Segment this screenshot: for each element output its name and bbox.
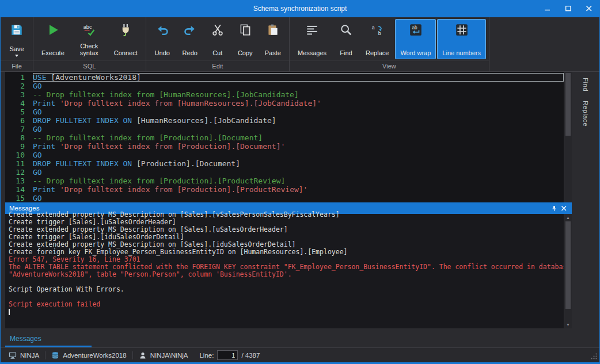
cut-button[interactable]: Cut bbox=[204, 19, 231, 59]
minimize-button[interactable] bbox=[537, 0, 558, 17]
editor-line-4[interactable]: 4Print 'Drop fulltext index from [HumanR… bbox=[5, 99, 564, 108]
line-numbers-button[interactable]: Line numbers bbox=[437, 19, 486, 59]
svg-text:a: a bbox=[372, 25, 375, 30]
line-number: 15 bbox=[5, 194, 33, 202]
line-number: 5 bbox=[5, 108, 33, 116]
undo-button[interactable]: Undo bbox=[149, 19, 176, 59]
resize-grip-icon[interactable] bbox=[590, 352, 598, 361]
minimize-icon bbox=[545, 6, 550, 12]
code-text: Print 'Drop fulltext index from [Product… bbox=[33, 142, 564, 151]
code-text: -- Drop fulltext index from [Production]… bbox=[33, 177, 564, 185]
database-icon bbox=[51, 351, 59, 359]
close-icon bbox=[586, 6, 592, 12]
editor-line-10[interactable]: 10GO bbox=[5, 151, 564, 159]
cut-label: Cut bbox=[212, 49, 222, 57]
execute-button[interactable]: Execute bbox=[36, 19, 70, 59]
editor-line-3[interactable]: 3-- Drop fulltext index from [HumanResou… bbox=[5, 90, 564, 99]
line-number: 4 bbox=[5, 99, 33, 108]
redo-button[interactable]: Redo bbox=[177, 19, 203, 59]
editor-line-5[interactable]: 5GO bbox=[5, 108, 564, 116]
redo-label: Redo bbox=[183, 49, 198, 57]
line-number: 14 bbox=[5, 185, 33, 194]
editor-code[interactable]: 1USE [AdventureWorks2018]2GO3-- Drop ful… bbox=[5, 72, 564, 202]
app-window: Schema synchronization script SaveFileEx… bbox=[0, 0, 600, 364]
undo-label: Undo bbox=[155, 49, 170, 57]
code-text: USE [AdventureWorks2018] bbox=[33, 73, 564, 82]
messages-body: Create extended property MS_Description … bbox=[5, 214, 572, 328]
editor-line-11[interactable]: 11DROP FULLTEXT INDEX ON [Production].[D… bbox=[5, 159, 564, 168]
close-button[interactable] bbox=[579, 0, 599, 17]
bottom-tab-messages[interactable]: Messages bbox=[5, 332, 92, 347]
save-button[interactable]: Save bbox=[3, 19, 30, 59]
messages-output[interactable]: Create extended property MS_Description … bbox=[5, 211, 564, 328]
execute-icon bbox=[46, 22, 60, 37]
maximize-button[interactable] bbox=[558, 0, 579, 17]
window-controls bbox=[537, 0, 599, 17]
redo-icon bbox=[183, 22, 197, 37]
copy-button[interactable]: Copy bbox=[232, 19, 259, 59]
ribbon-group-edit: UndoRedoCutCopyPasteEdit bbox=[146, 17, 290, 71]
save-dropdown-caret-icon[interactable] bbox=[15, 55, 18, 57]
user-name: NINJA\NiNjA bbox=[150, 352, 188, 359]
status-server[interactable]: NINJA bbox=[3, 348, 45, 362]
editor-line-7[interactable]: 7GO bbox=[5, 125, 564, 133]
find-button[interactable]: Find bbox=[333, 19, 359, 59]
messages-scrollbar-thumb[interactable] bbox=[565, 221, 571, 309]
editor-line-2[interactable]: 2GO bbox=[5, 82, 564, 90]
editor-line-13[interactable]: 13-- Drop fulltext index from [Productio… bbox=[5, 177, 564, 185]
code-text: GO bbox=[33, 125, 564, 133]
messages-scrollbar[interactable]: ▲ ▼ bbox=[564, 214, 572, 328]
line-numbers-label: Line numbers bbox=[442, 49, 481, 57]
status-bar: NINJA AdventureWorks2018 NINJA\NiNjA Lin… bbox=[1, 347, 599, 362]
editor-scrollbar[interactable] bbox=[564, 72, 572, 202]
editor-line-14[interactable]: 14Print 'Drop fulltext index from [Produ… bbox=[5, 185, 564, 194]
window-title: Schema synchronization script bbox=[253, 5, 347, 13]
titlebar[interactable]: Schema synchronization script bbox=[1, 0, 599, 17]
svg-text:ab: ab bbox=[412, 25, 417, 30]
paste-button[interactable]: Paste bbox=[260, 19, 286, 59]
editor-line-15[interactable]: 15GO bbox=[5, 194, 564, 202]
editor-line-9[interactable]: 9Print 'Drop fulltext index from [Produc… bbox=[5, 142, 564, 151]
editor-line-1[interactable]: 1USE [AdventureWorks2018] bbox=[5, 73, 564, 82]
paste-icon bbox=[266, 22, 280, 37]
scroll-up-icon[interactable]: ▲ bbox=[564, 214, 572, 221]
messages-button[interactable]: Messages bbox=[293, 19, 332, 59]
close-panel-icon bbox=[561, 206, 567, 211]
line-total: / 4387 bbox=[241, 352, 260, 359]
code-text: GO bbox=[33, 194, 564, 202]
word-wrap-button[interactable]: abWord wrap bbox=[395, 19, 436, 59]
code-text: GO bbox=[33, 168, 564, 177]
scroll-down-icon[interactable]: ▼ bbox=[564, 321, 572, 328]
editor-line-8[interactable]: 8-- Drop fulltext index from [Production… bbox=[5, 133, 564, 142]
connect-button[interactable]: Connect bbox=[109, 19, 143, 59]
user-icon bbox=[139, 351, 147, 359]
pin-icon bbox=[551, 205, 557, 212]
word-wrap-label: Word wrap bbox=[400, 49, 431, 57]
check-syntax-button[interactable]: abcCheck syntax bbox=[71, 19, 108, 59]
svg-text:abc: abc bbox=[83, 24, 92, 30]
messages-panel: Messages Create extended property MS_Des… bbox=[5, 202, 572, 328]
editor-line-6[interactable]: 6DROP FULLTEXT INDEX ON [HumanResources]… bbox=[5, 116, 564, 125]
side-tab-find[interactable]: Find bbox=[582, 78, 589, 91]
replace-label: Replace bbox=[366, 49, 389, 57]
editor-scrollbar-thumb[interactable] bbox=[565, 73, 571, 136]
code-text: GO bbox=[33, 151, 564, 159]
status-database[interactable]: AdventureWorks2018 bbox=[45, 348, 132, 362]
side-tab-replace[interactable]: Replace bbox=[582, 101, 589, 127]
message-line: "AdventureWorks2018", table "Person.Pers… bbox=[9, 271, 564, 278]
line-number: 12 bbox=[5, 168, 33, 177]
maximize-icon bbox=[565, 6, 571, 12]
line-number-input[interactable] bbox=[217, 350, 238, 360]
editor-line-12[interactable]: 12GO bbox=[5, 168, 564, 177]
execute-label: Execute bbox=[41, 49, 64, 57]
check-syntax-label: Check syntax bbox=[76, 43, 102, 57]
replace-button[interactable]: abReplace bbox=[360, 19, 394, 59]
status-user[interactable]: NINJA\NiNjA bbox=[133, 348, 194, 362]
line-number: 6 bbox=[5, 116, 33, 125]
code-text: Print 'Drop fulltext index from [HumanRe… bbox=[33, 99, 564, 108]
ribbon-group-label: SQL bbox=[33, 60, 146, 71]
check-syntax-icon: abc bbox=[82, 22, 96, 37]
ribbon-group-label: Edit bbox=[146, 60, 289, 71]
messages-scrollbar-track[interactable] bbox=[564, 221, 572, 321]
line-number: 13 bbox=[5, 177, 33, 185]
